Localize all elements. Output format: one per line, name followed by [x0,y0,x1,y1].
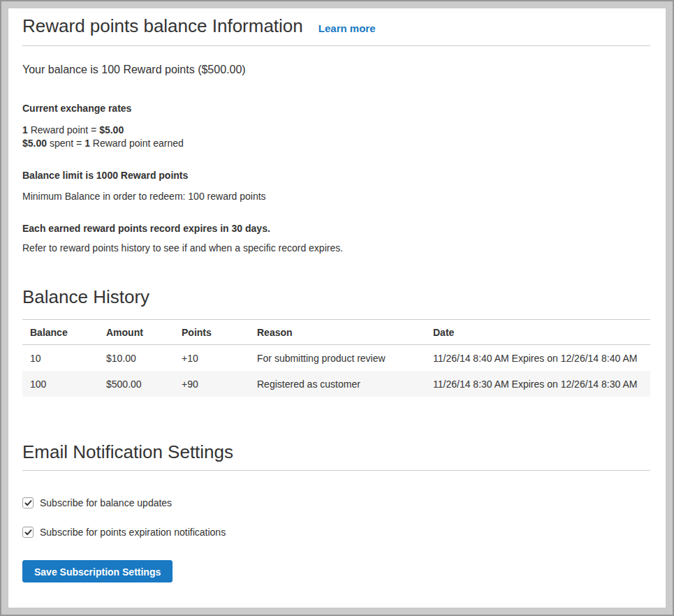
page-header: Reward points balance Information Learn … [22,15,650,37]
table-row: 10 $10.00 +10 For submitting product rev… [22,345,650,372]
cell-date: 11/26/14 8:30 AM Expires on 12/26/14 8:3… [425,371,650,397]
reward-points-page: { "page": { "title": "Reward points bala… [0,0,674,616]
divider [22,45,650,46]
rate-line-2: $5.00 spent = 1 Reward point earned [22,138,184,149]
balance-updates-checkbox[interactable] [22,497,34,508]
points-expiration-checkbox[interactable] [22,527,34,538]
checkbox-label: Subscribe for points expiration notifica… [40,527,226,538]
cell-amount: $10.00 [98,345,174,372]
column-header-date: Date [425,320,650,345]
table-row: 100 $500.00 +90 Registered as customer 1… [22,371,650,397]
learn-more-link[interactable]: Learn more [318,22,376,34]
exchange-rates: 1 Reward point = $5.00 $5.00 spent = 1 R… [22,124,650,150]
balance-summary: Your balance is 100 Reward points ($500.… [22,63,650,77]
column-header-balance: Balance [22,320,98,345]
cell-points: +90 [174,371,249,397]
expiry-heading: Each earned reward points record expires… [22,222,650,235]
table-header-row: Balance Amount Points Reason Date [22,320,650,345]
email-settings-title: Email Notification Settings [22,441,650,463]
cell-reason: Registered as customer [249,371,425,397]
cell-amount: $500.00 [98,371,174,397]
cell-balance: 10 [22,345,98,372]
cell-balance: 100 [22,371,98,397]
exchange-rates-heading: Current exchange rates [22,102,650,115]
expiry-note: Refer to reward points history to see if… [22,242,650,254]
min-balance-text: Minimum Balance in order to redeem: 100 … [22,190,650,203]
balance-history-table: Balance Amount Points Reason Date 10 $10… [22,319,650,397]
points-expiration-option: Subscribe for points expiration notifica… [22,527,650,538]
checkbox-label: Subscribe for balance updates [40,497,172,508]
balance-history-title: Balance History [22,286,650,308]
balance-limit-heading: Balance limit is 1000 Reward points [22,169,650,182]
content-card: Reward points balance Information Learn … [8,8,666,608]
checkmark-icon [24,529,32,536]
checkmark-icon [24,499,32,507]
cell-date: 11/26/14 8:40 AM Expires on 12/26/14 8:4… [425,345,650,372]
rate-line-1: 1 Reward point = $5.00 [22,124,124,135]
divider [22,470,650,471]
column-header-amount: Amount [98,320,174,345]
cell-reason: For submitting product review [249,345,425,372]
save-subscription-settings-button[interactable]: Save Subscription Settings [22,560,173,582]
page-title: Reward points balance Information [22,15,303,37]
cell-points: +10 [174,345,249,372]
balance-updates-option: Subscribe for balance updates [22,497,650,508]
column-header-points: Points [174,320,249,345]
column-header-reason: Reason [249,320,425,345]
